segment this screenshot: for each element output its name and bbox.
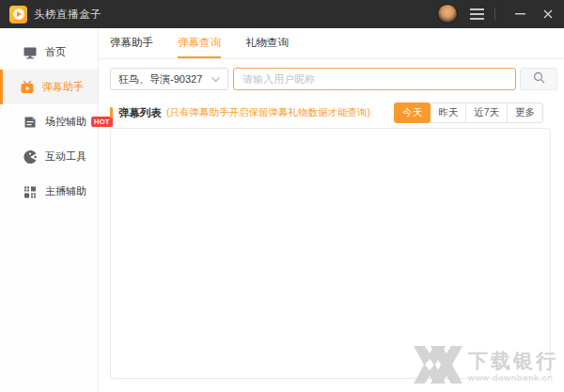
filter-today[interactable]: 今天	[394, 102, 431, 123]
tab-danmaku-assistant[interactable]: 弹幕助手	[110, 28, 153, 58]
app-window: 头榜直播盒子 首页	[0, 0, 564, 392]
chevron-down-icon	[212, 73, 220, 85]
channel-select-value: 狂鸟、导演-90327	[118, 72, 212, 86]
titlebar: 头榜直播盒子	[0, 0, 564, 28]
app-logo-icon	[9, 6, 27, 24]
channel-select[interactable]: 狂鸟、导演-90327	[110, 68, 228, 90]
sidebar-item-scene-control[interactable]: 场控辅助 HOT	[0, 104, 98, 139]
sidebar-item-anchor-assistant[interactable]: 主播辅助	[0, 174, 98, 209]
sidebar-item-label: 弹幕助手	[42, 80, 84, 94]
date-filter-group: 今天 昨天 近7天 更多	[394, 102, 543, 123]
tab-bar: 弹幕助手 弹幕查询 礼物查询	[99, 28, 564, 59]
search-button[interactable]	[520, 68, 557, 90]
search-row: 狂鸟、导演-90327	[110, 68, 557, 90]
sidebar-item-label: 首页	[45, 45, 66, 59]
monitor-icon	[23, 45, 38, 60]
section-title: 弹幕列表	[118, 106, 162, 120]
filter-last7days[interactable]: 近7天	[465, 102, 508, 123]
grid-icon	[23, 184, 38, 199]
filter-more[interactable]: 更多	[507, 102, 543, 123]
nickname-search-input[interactable]	[233, 68, 516, 90]
titlebar-divider	[494, 8, 495, 21]
main-panel: 弹幕助手 弹幕查询 礼物查询 狂鸟、导演-90327	[99, 28, 564, 392]
close-button[interactable]	[534, 0, 562, 28]
app-title: 头榜直播盒子	[34, 8, 102, 22]
danmaku-list-box	[110, 128, 551, 379]
hamburger-menu-icon[interactable]	[470, 8, 484, 22]
sidebar-item-home[interactable]: 首页	[0, 35, 98, 70]
section-hint: (只有弹幕助手开启保留弹幕礼物数据才能查询)	[166, 106, 370, 119]
tv-play-icon	[20, 80, 35, 95]
user-avatar[interactable]	[437, 4, 458, 24]
sidebar-item-label: 主播辅助	[45, 184, 86, 198]
tab-gift-query[interactable]: 礼物查询	[245, 28, 289, 58]
pacman-icon	[23, 149, 38, 165]
sidebar-item-label: 互动工具	[45, 149, 86, 164]
document-icon	[23, 115, 38, 130]
search-icon	[533, 71, 545, 87]
minimize-button[interactable]	[506, 0, 534, 28]
filter-yesterday[interactable]: 昨天	[430, 102, 466, 123]
sidebar-item-label: 场控辅助	[45, 115, 86, 129]
sidebar-item-interactive-tools[interactable]: 互动工具	[0, 139, 98, 174]
tab-danmaku-query[interactable]: 弹幕查询	[178, 28, 221, 58]
section-accent-bar	[110, 107, 113, 118]
sidebar-item-danmaku-assistant[interactable]: 弹幕助手	[0, 70, 98, 104]
list-header: 弹幕列表 (只有弹幕助手开启保留弹幕礼物数据才能查询) 今天 昨天 近7天 更多	[110, 102, 543, 123]
sidebar: 首页 弹幕助手 场控辅助 HOT 互动工具	[0, 28, 99, 392]
